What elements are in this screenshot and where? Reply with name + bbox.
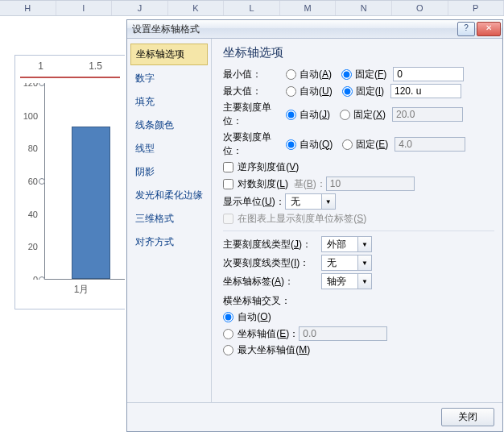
dialog-footer: 关闭 <box>127 402 502 431</box>
col-header[interactable]: N <box>336 1 392 15</box>
col-header[interactable]: M <box>280 1 337 15</box>
y-tick: 100 <box>20 111 41 121</box>
chart-plot-area[interactable]: 120 100 80 60 40 20 0 <box>20 83 125 280</box>
major-unit-fixed-radio[interactable]: 固定(X) <box>340 108 386 122</box>
min-fixed-radio[interactable]: 固定(F) <box>341 68 386 81</box>
dialog-sidebar: 坐标轴选项 数字 填充 线条颜色 线型 阴影 发光和柔化边缘 三维格式 对齐方式 <box>127 39 212 402</box>
sidebar-item-glow[interactable]: 发光和柔化边缘 <box>127 184 211 207</box>
max-auto-radio[interactable]: 自动(U) <box>286 85 333 98</box>
chevron-down-icon: ▼ <box>357 237 371 251</box>
y-tick: 20 <box>20 242 41 251</box>
col-header[interactable]: I <box>56 1 113 15</box>
display-unit-select[interactable]: 无 ▼ <box>285 193 336 210</box>
sidebar-item-line-color[interactable]: 线条颜色 <box>127 114 211 137</box>
axis-labels-label: 坐标轴标签(A)： <box>223 275 321 289</box>
chevron-down-icon: ▼ <box>321 194 335 209</box>
minor-unit-auto-radio[interactable]: 自动(Q) <box>286 138 333 152</box>
cross-heading: 横坐标轴交叉： <box>223 294 291 308</box>
y-tick: 120 <box>20 83 41 88</box>
sidebar-item-axis-options[interactable]: 坐标轴选项 <box>130 44 208 65</box>
sidebar-item-shadow[interactable]: 阴影 <box>127 160 211 184</box>
y-tick: 80 <box>20 143 41 153</box>
minor-unit-input <box>395 137 465 152</box>
dialog-content: 坐标轴选项 最小值： 自动(A) 固定(F) 最大值： 自动(U) 固定(I) <box>212 39 502 402</box>
chart-series-line <box>20 77 120 78</box>
cross-value-input <box>299 326 387 341</box>
col-header[interactable]: J <box>112 1 168 15</box>
max-fixed-radio[interactable]: 固定(I) <box>342 85 384 98</box>
log-scale-checkbox[interactable]: 对数刻度(L) <box>223 177 288 191</box>
min-value-input[interactable] <box>393 67 464 81</box>
col-header[interactable]: P <box>448 1 505 15</box>
sidebar-item-3d[interactable]: 三维格式 <box>127 207 211 231</box>
cross-max-radio[interactable]: 最大坐标轴值(M) <box>223 343 310 357</box>
show-display-unit-checkbox: 在图表上显示刻度单位标签(S) <box>223 212 366 226</box>
max-value-input[interactable] <box>390 84 461 98</box>
axis-labels-select[interactable]: 轴旁 ▼ <box>321 273 372 289</box>
min-label: 最小值： <box>223 68 286 81</box>
minor-unit-label: 次要刻度单位： <box>223 131 286 158</box>
chevron-down-icon: ▼ <box>357 255 371 270</box>
chevron-down-icon: ▼ <box>357 274 371 289</box>
major-unit-auto-radio[interactable]: 自动(J) <box>286 108 330 122</box>
dialog-titlebar[interactable]: 设置坐标轴格式 ? ✕ <box>127 20 502 39</box>
col-header[interactable]: H <box>0 1 56 15</box>
major-unit-label: 主要刻度单位： <box>223 101 286 128</box>
dialog-title: 设置坐标轴格式 <box>132 23 200 36</box>
chart-header-label: 1.5 <box>89 60 102 72</box>
minor-tick-type-select[interactable]: 无 ▼ <box>321 255 372 271</box>
close-icon[interactable]: ✕ <box>477 22 501 36</box>
chart-y-axis[interactable]: 120 100 80 60 40 20 0 <box>20 83 39 280</box>
chart-header-labels: 1 1.5 <box>15 60 125 72</box>
major-tick-type-select[interactable]: 外部 ▼ <box>321 236 372 252</box>
cross-value-radio[interactable]: 坐标轴值(E)： <box>223 327 299 341</box>
spreadsheet-column-headers: H I J K L M N O P <box>0 0 504 16</box>
min-auto-radio[interactable]: 自动(A) <box>286 68 332 81</box>
minor-tick-type-label: 次要刻度线类型(I)： <box>223 256 321 270</box>
log-base-input <box>326 177 415 191</box>
axis-selection-handle[interactable] <box>39 178 45 185</box>
axis-selection-handle[interactable] <box>39 276 45 280</box>
major-unit-input <box>392 107 463 122</box>
cross-auto-radio[interactable]: 自动(O) <box>223 310 271 324</box>
y-tick: 40 <box>20 210 41 219</box>
sidebar-item-fill[interactable]: 填充 <box>127 90 211 114</box>
x-axis-line <box>44 279 125 280</box>
minor-unit-fixed-radio[interactable]: 固定(E) <box>342 138 388 152</box>
base-label: 基(B)： <box>294 177 326 191</box>
chart-bar[interactable] <box>72 127 110 279</box>
close-button[interactable]: 关闭 <box>441 408 494 426</box>
content-heading: 坐标轴选项 <box>223 45 494 60</box>
reverse-order-checkbox[interactable]: 逆序刻度值(V) <box>223 160 299 174</box>
col-header[interactable]: O <box>392 1 448 15</box>
major-tick-type-label: 主要刻度线类型(J)： <box>223 238 321 251</box>
max-label: 最大值： <box>223 85 286 98</box>
display-unit-label: 显示单位(U)： <box>223 195 285 209</box>
chart-panel[interactable]: 1 1.5 120 100 80 60 40 20 0 1月 <box>14 55 125 309</box>
sidebar-item-number[interactable]: 数字 <box>127 67 211 90</box>
chart-x-axis-label: 1月 <box>15 283 125 297</box>
chart-header-label: 1 <box>38 60 43 72</box>
sidebar-item-line-style[interactable]: 线型 <box>127 137 211 160</box>
help-button[interactable]: ? <box>457 22 475 36</box>
col-header[interactable]: L <box>224 1 280 15</box>
format-axis-dialog: 设置坐标轴格式 ? ✕ 坐标轴选项 数字 填充 线条颜色 线型 阴影 发光和柔化… <box>126 19 503 432</box>
sidebar-item-align[interactable]: 对齐方式 <box>127 231 211 254</box>
col-header[interactable]: K <box>168 1 225 15</box>
